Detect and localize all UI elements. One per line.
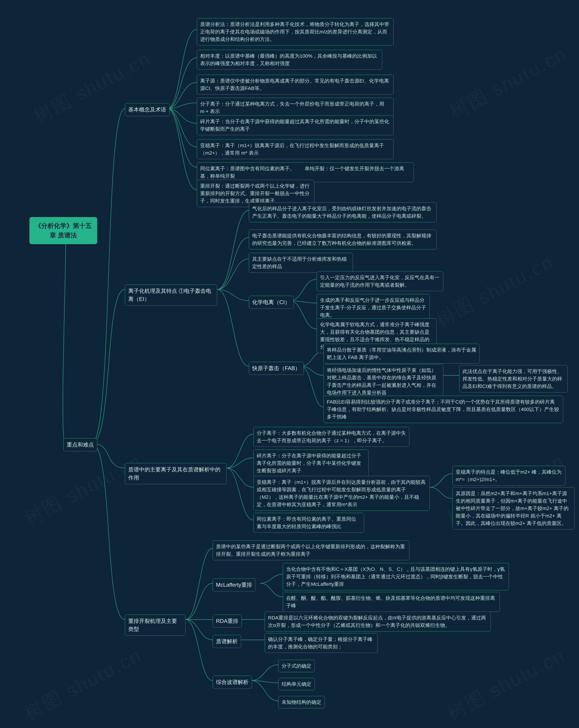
- node-sec1-6[interactable]: 亚稳离子：离子（m1+）脱离离子源后，在飞行过程中发生裂解而形成的低质量离子（m…: [197, 139, 394, 159]
- watermark: 树图 shutu.cn: [445, 41, 572, 125]
- node-sec2-3[interactable]: 其主要缺点在于不适用于分析难挥发和热稳定性差的样品: [249, 253, 353, 272]
- node-rda-1[interactable]: RDA重排是以六元环烯化合物的双键为裂解反应起点，由π电子提供的游离基反应中心引…: [265, 612, 491, 631]
- node-sec1-5[interactable]: 碎片离子：当分子在离子源中获得的能量超过其离子化所需的能量时，分子中的某些化学键…: [197, 115, 394, 135]
- node-fab-3[interactable]: FAB比EI容易得到比较强的分子离子或准分子离子；不同于CI的一个优势在于其所得…: [323, 396, 563, 423]
- node-sec3-3-side2[interactable]: 其原因是：虽然m2+离子和m+离子均系m1+离子源生的相同质量离子，但因m+离子…: [452, 487, 575, 529]
- node-zh-3[interactable]: 未知物结构的确定: [278, 696, 325, 708]
- node-ci-2[interactable]: 生成的离子和反应气分子进一步反应或与样品分子发生离子-分子反应，通过质子交换使样…: [317, 294, 430, 321]
- node-sec3-3-side1[interactable]: 亚稳离子的特点是：峰位低于m2+ 峰，其峰位为m*=（m2+)2/m1+。: [452, 466, 565, 486]
- watermark: 树图 shutu.cn: [20, 448, 147, 532]
- node-sec1-2[interactable]: 相对丰度：以质谱中基峰（最强峰）的高度为100%，其余峰按与基峰的比例加以表示的…: [197, 50, 382, 70]
- node-sec1-title[interactable]: 基本概念及术语: [125, 103, 170, 116]
- root-node[interactable]: 《分析化学》第十五章 质谱法: [29, 217, 97, 244]
- watermark: 树图 shutu.cn: [29, 46, 156, 130]
- node-jp-label[interactable]: 质谱解析: [212, 635, 241, 648]
- node-sec3-2[interactable]: 碎片离子：分子在离子源中获得的能量超过分子离子化所需的能量时，分子离子中某些化学…: [253, 449, 369, 477]
- watermark: 树图 shutu.cn: [443, 643, 570, 726]
- node-sec4-title[interactable]: 重排开裂机理及主要类型: [125, 615, 185, 636]
- node-mcl-2[interactable]: 在醛、酮、酸、酯、酰胺、腙基衍生物、烯、炔及烷基苯等化合物的质谱中均可发现这种重…: [283, 592, 500, 612]
- node-fab-2[interactable]: 将经强电场加速后的惰性气体中性原子束（如氙）对靶上样品轰击，基质中存在的缔合离子…: [323, 364, 443, 399]
- node-zh-label[interactable]: 综合波谱解析: [212, 676, 252, 688]
- node-zhongdian[interactable]: 重点和难点: [63, 438, 97, 451]
- node-sec2-1[interactable]: 气化后的样品分子进入离子化室后，受到由钨或铼灯丝发射并加速的电子流的轰击产生正离…: [249, 202, 436, 222]
- node-sec1-1[interactable]: 质谱分析法：质谱分析法是利用多种离子化技术，将物质分子转化为离子，选择其中带正电…: [197, 18, 394, 46]
- node-fab-label[interactable]: 快原子轰击（FAB）: [249, 362, 304, 375]
- node-mcl-label[interactable]: McLafferty重排: [212, 578, 256, 592]
- node-sec1-4[interactable]: 分子离子：分子通过某种电离方式，失去一个外层价电子而形成带正电荷的离子，用m·+…: [197, 98, 394, 118]
- node-ci-1[interactable]: 引入一定压力的反应气进入离子化室，反应气在具有一定能量的电子流的作用下电离或者裂…: [317, 271, 443, 291]
- node-zh-2[interactable]: 结构单元确定: [278, 678, 315, 690]
- node-sec2-2[interactable]: 电子轰击质谱能提供有机化合物最丰富的结构信息，有较好的重现性，其裂解规律的研究也…: [249, 230, 436, 250]
- node-rda-label[interactable]: RDA重排: [212, 615, 242, 628]
- node-sec3-1[interactable]: 分子离子：大多数有机化合物分子通过某种电离方式，在离子源中失去一个电子而形成带正…: [253, 427, 409, 447]
- node-zh-1[interactable]: 分子式的确定: [278, 660, 315, 672]
- node-sec1-3[interactable]: 离子源：质谱仪中使被分析物质电离成离子的部分。常见的有电子轰击源EI、化学电离源…: [197, 75, 394, 95]
- node-sec1-7[interactable]: 同位素离子：质谱图中含有同位素的离子。 单纯开裂：仅一个键发生开裂并脱去一个游离…: [197, 162, 414, 182]
- node-sec4-1[interactable]: 质谱中的某些离子是通过断裂两个或两个以上化学键重新排列形成的，这种裂解称为重排开…: [212, 540, 409, 560]
- node-sec3-4[interactable]: 同位素离子：即含有同位素的离子。重质同位素与丰度最大的轻质同位素峰的峰强比: [253, 513, 364, 532]
- node-ci-label[interactable]: 化学电离（CI）: [249, 296, 294, 309]
- node-sec2-title[interactable]: 离子化机理及其特点 ①电子轰击电离（EI）: [125, 284, 217, 306]
- node-sec3-3[interactable]: 亚稳离子：离子（m1+）脱离子源后并在到达质量分析器前，由于其内能较高或相互碰撞…: [253, 476, 430, 511]
- watermark: 树图 shutu.cn: [20, 643, 147, 726]
- node-mcl-1[interactable]: 当化合物中含有不饱和C＝X基团（X为O、N、S、C），且与该基团相连的键上具有γ…: [283, 563, 509, 590]
- node-fab-2-side[interactable]: 此法优点在于离子化能力强，可用于强极性、挥发性低、热稳定性差和相对分子质量大的样…: [459, 365, 568, 392]
- node-fab-1[interactable]: 将样品分散于基质（常用甘油等高沸点溶剂）制成溶液，涂布于金属靶上送入 FAB 离…: [323, 344, 479, 364]
- watermark: 树图 shutu.cn: [431, 249, 558, 333]
- node-jp-1[interactable]: 确认分子离子峰，确定分子量；根据分子离子峰的丰度，推测化合物的可能类别；: [265, 633, 378, 653]
- node-sec3-title[interactable]: 质谱中的主要离子及其在质谱解析中的作用: [125, 463, 227, 484]
